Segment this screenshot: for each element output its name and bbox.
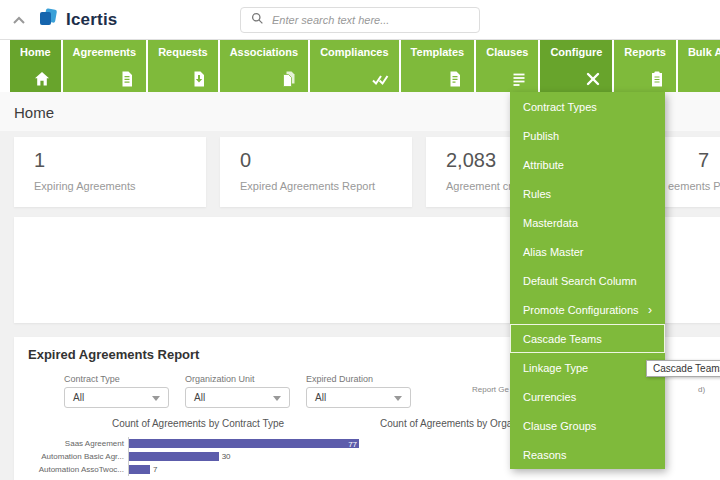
nav-tab-label: Requests bbox=[158, 46, 208, 58]
chart-bar[interactable] bbox=[129, 465, 150, 474]
filter-selected-value: All bbox=[73, 392, 84, 403]
nav-tab[interactable]: Reports bbox=[614, 40, 676, 92]
configure-menu-item-label: Default Search Column bbox=[523, 275, 637, 287]
kpi-value: 1 bbox=[34, 149, 186, 172]
configure-menu-item[interactable]: Currencies › bbox=[510, 382, 665, 411]
nav-tab-label: Configure bbox=[550, 46, 602, 58]
report-generated-text-end: d) bbox=[698, 385, 705, 394]
search-input[interactable] bbox=[272, 14, 469, 26]
nav-tab[interactable]: Requests bbox=[148, 40, 218, 92]
configure-menu-item[interactable]: Default Search Column › bbox=[510, 266, 665, 295]
clause-lines-icon bbox=[510, 70, 528, 88]
filter-label: Contract Type bbox=[64, 374, 169, 384]
chevron-down-icon bbox=[273, 392, 281, 403]
nav-tab-label: Templates bbox=[411, 46, 465, 58]
configure-menu-item[interactable]: Masterdata › bbox=[510, 208, 665, 237]
chart-bar-value: 30 bbox=[222, 452, 231, 461]
configure-menu-item-label: Attribute bbox=[523, 159, 564, 171]
chart-bar-value: 7 bbox=[153, 465, 157, 474]
filter-select[interactable]: All bbox=[306, 387, 411, 408]
configure-menu-item-label: Masterdata bbox=[523, 217, 578, 229]
document-icon bbox=[118, 70, 136, 88]
template-doc-icon bbox=[446, 70, 464, 88]
kpi-value: 0 bbox=[240, 149, 392, 172]
nav-tab[interactable]: Agreements bbox=[63, 40, 147, 92]
chart-bar-track: 7 bbox=[128, 463, 368, 476]
chart-category-label: Automation AssoTwoc... bbox=[28, 465, 128, 474]
nav-tab[interactable]: Home bbox=[10, 40, 61, 92]
configure-menu-item[interactable]: Attribute › bbox=[510, 150, 665, 179]
search-icon bbox=[251, 11, 264, 29]
chart-category-label: Automation Basic Agr... bbox=[28, 452, 128, 461]
chart-bar[interactable]: 77 bbox=[129, 439, 359, 448]
contract-type-chart-rows: Saas Agreement77Automation Basic Agr...3… bbox=[28, 437, 368, 476]
configure-menu-item[interactable]: Publish › bbox=[510, 121, 665, 150]
configure-menu-item-label: Linkage Type bbox=[523, 362, 588, 374]
report-filter: Contract Type All bbox=[64, 374, 169, 408]
configure-menu-item[interactable]: Linkage Type › bbox=[510, 353, 665, 382]
configure-menu-item-label: Publish bbox=[523, 130, 559, 142]
kpi-label: Expired Agreements Report bbox=[240, 180, 392, 192]
chart-bar-row: Saas Agreement77 bbox=[28, 437, 368, 450]
filter-select[interactable]: All bbox=[185, 387, 290, 408]
configure-menu-item[interactable]: Contract Types › bbox=[510, 92, 665, 121]
kpi-label: Expiring Agreements bbox=[34, 180, 186, 192]
kpi-value: 7 bbox=[698, 149, 720, 172]
chart-contract-type: Count of Agreements by Contract Type Saa… bbox=[28, 418, 368, 476]
configure-menu-item-label: Clause Groups bbox=[523, 420, 596, 432]
configure-menu-item[interactable]: Cascade Teams › bbox=[510, 324, 665, 353]
tools-icon bbox=[584, 70, 602, 88]
configure-menu-item-label: Alias Master bbox=[523, 246, 584, 258]
nav-tab[interactable]: Templates bbox=[401, 40, 475, 92]
filter-select[interactable]: All bbox=[64, 387, 169, 408]
report-filter: Organization Unit All bbox=[185, 374, 290, 408]
global-search bbox=[240, 7, 480, 33]
nav-tab-label: Reports bbox=[624, 46, 666, 58]
configure-menu-item[interactable]: Reasons › bbox=[510, 440, 665, 469]
chevron-up-icon[interactable] bbox=[12, 15, 26, 25]
report-filter: Expired Duration All bbox=[306, 374, 411, 408]
documents-icon bbox=[280, 70, 298, 88]
configure-menu-item-label: Promote Configurations bbox=[523, 304, 639, 316]
configure-menu-item[interactable]: Rules › bbox=[510, 179, 665, 208]
filter-label: Organization Unit bbox=[185, 374, 290, 384]
cascade-teams-tooltip: Cascade Teams bbox=[646, 360, 720, 377]
top-bar: Icertis bbox=[0, 0, 720, 40]
nav-tab[interactable]: Bulk Actions bbox=[678, 40, 720, 92]
home-icon bbox=[33, 70, 51, 88]
chart-bar[interactable] bbox=[129, 452, 219, 461]
chart-bar-row: Automation AssoTwoc...7 bbox=[28, 463, 368, 476]
nav-tab-label: Agreements bbox=[73, 46, 137, 58]
nav-tab[interactable]: Compliances bbox=[310, 40, 398, 92]
clipboard-icon bbox=[648, 70, 666, 88]
kpi-label: eements Pend bbox=[668, 180, 720, 192]
configure-menu-item[interactable]: Promote Configurations › bbox=[510, 295, 665, 324]
chart-bar-value: 77 bbox=[348, 440, 357, 449]
configure-menu-item[interactable]: Clause Groups › bbox=[510, 411, 665, 440]
nav-tab[interactable]: Configure bbox=[540, 40, 612, 92]
icertis-logo[interactable]: Icertis bbox=[38, 7, 118, 33]
nav-tab-label: Home bbox=[20, 46, 51, 58]
kpi-card[interactable]: 1 Expiring Agreements bbox=[14, 137, 206, 207]
kpi-card[interactable]: 0 Expired Agreements Report bbox=[220, 137, 412, 207]
configure-menu-item-label: Rules bbox=[523, 188, 551, 200]
chart-category-label: Saas Agreement bbox=[28, 439, 128, 448]
main-nav: Home Agreements Requests Associations Co… bbox=[0, 40, 720, 92]
double-check-icon bbox=[371, 70, 389, 88]
nav-tab[interactable]: Clauses bbox=[476, 40, 538, 92]
document-download-icon bbox=[190, 70, 208, 88]
configure-menu-item-label: Reasons bbox=[523, 449, 566, 461]
report-generated-text: Report Ge bbox=[472, 385, 509, 394]
configure-menu-item[interactable]: Alias Master › bbox=[510, 237, 665, 266]
configure-dropdown-menu: Contract Types › Publish › Attribute › R… bbox=[510, 92, 665, 469]
configure-menu-item-label: Cascade Teams bbox=[523, 333, 602, 345]
chevron-down-icon bbox=[394, 392, 402, 403]
filter-selected-value: All bbox=[194, 392, 205, 403]
filter-label: Expired Duration bbox=[306, 374, 411, 384]
chart-bar-track: 77 bbox=[128, 437, 368, 450]
nav-tab-label: Compliances bbox=[320, 46, 388, 58]
icertis-logo-icon bbox=[38, 7, 60, 33]
filter-selected-value: All bbox=[315, 392, 326, 403]
nav-tab-label: Clauses bbox=[486, 46, 528, 58]
nav-tab[interactable]: Associations bbox=[220, 40, 308, 92]
